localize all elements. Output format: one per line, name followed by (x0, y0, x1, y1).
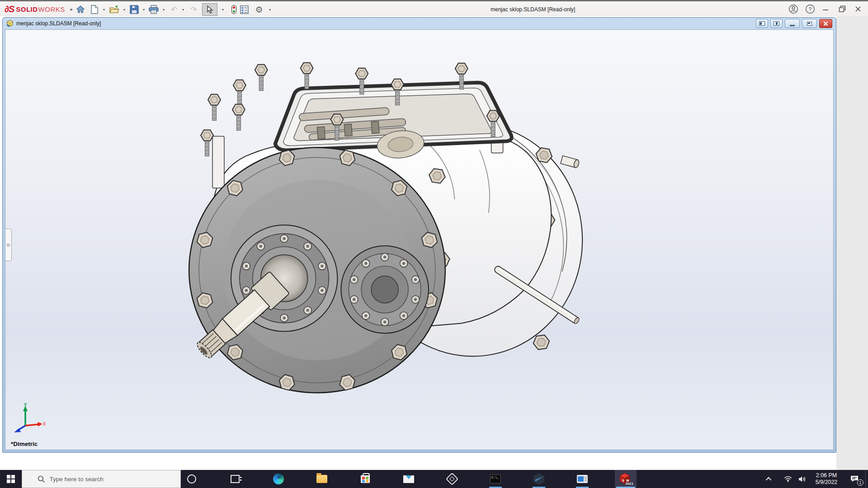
open-button[interactable] (109, 4, 120, 15)
undo-button[interactable]: ↶ (169, 4, 179, 15)
save-button[interactable] (129, 4, 140, 15)
search-icon (38, 475, 45, 483)
taskbar-item-file-explorer[interactable] (311, 470, 333, 488)
menu-flyout-arrow-icon[interactable]: ▸ (71, 6, 73, 12)
rear-shaft-stub (561, 156, 580, 168)
file-explorer-icon (316, 475, 327, 483)
account-button[interactable] (787, 3, 800, 15)
action-center-button[interactable]: 1 (844, 470, 864, 488)
sw-year-label: 2021 (625, 482, 633, 486)
workspace: menjac sklop.SLDASM [Read-only] (0, 16, 868, 470)
brand-solid: SOLID (16, 5, 38, 13)
graphics-viewport[interactable]: Y X *Dimetric (5, 29, 834, 450)
featuremanager-splitter-tab[interactable] (5, 229, 12, 261)
assembly-icon (6, 20, 14, 27)
brand-works: WORKS (38, 5, 65, 13)
view-orientation-label: *Dimetric (11, 441, 38, 447)
pane-right-button[interactable] (770, 19, 783, 28)
pane-left-icon (759, 21, 765, 26)
new-document-icon (90, 5, 99, 14)
print-button[interactable] (148, 4, 159, 15)
home-icon (76, 5, 85, 14)
document-title: menjac sklop.SLDASM [Read-only] (16, 20, 101, 27)
taskbar-clock[interactable]: 2:06 PM 5/9/2022 (810, 470, 843, 488)
taskbar-item-media-app[interactable] (571, 470, 593, 488)
undo-dropdown[interactable]: ▾ (180, 7, 186, 12)
pane-left-button[interactable] (756, 19, 768, 28)
close-icon (855, 6, 861, 12)
doc-close-icon (823, 21, 828, 26)
rebuild-trafficlight-icon (231, 5, 236, 14)
help-icon: ? (805, 4, 815, 14)
new-document-button[interactable] (89, 4, 100, 15)
chevron-up-icon (765, 477, 771, 483)
solidworks-2021-icon: S W 2021 (619, 473, 632, 485)
doc-restore-icon (807, 22, 812, 26)
restore-button[interactable] (836, 3, 849, 15)
output-cover[interactable] (341, 246, 429, 333)
tray-volume-button[interactable] (796, 470, 809, 488)
show-desktop-button[interactable] (865, 470, 868, 488)
volume-icon (798, 476, 807, 483)
tray-chevron-button[interactable] (763, 470, 775, 488)
rebuild-button[interactable] (228, 4, 239, 15)
pane-right-icon (774, 21, 779, 26)
wifi-icon (784, 476, 792, 482)
svg-text:?: ? (809, 6, 812, 13)
task-view-icon (231, 475, 240, 483)
start-button[interactable] (0, 470, 22, 488)
orientation-triad: Y X (12, 403, 46, 436)
tray-wifi-button[interactable] (781, 470, 795, 488)
document-window-controls (756, 19, 832, 28)
clock-time: 2:06 PM (816, 472, 837, 479)
taskbar-item-solidworks[interactable]: S W 2021 (615, 470, 637, 488)
home-button[interactable] (75, 4, 86, 15)
close-button[interactable] (852, 3, 864, 15)
app-titlebar: ∂S SOLIDWORKS ▸ ▾ ▾ ▾ ▾ ↶ ▾ ↷ ▾ ▾ (0, 1, 868, 16)
doc-close-button[interactable] (819, 19, 832, 28)
doc-restore-button[interactable] (802, 19, 817, 28)
file-properties-icon (240, 5, 249, 14)
account-icon (788, 4, 798, 14)
select-dropdown[interactable]: ▾ (220, 7, 226, 12)
help-button[interactable]: ? (804, 3, 816, 15)
select-tool-button[interactable] (202, 3, 217, 16)
taskbar-item-cortana[interactable] (181, 470, 203, 488)
solidworks-logo: ∂S SOLIDWORKS ▸ (5, 4, 73, 14)
mail-icon (403, 475, 414, 483)
taskbar-item-store[interactable] (354, 470, 376, 488)
triad-y-label: Y (24, 403, 27, 408)
taskbar-item-terminal[interactable]: C:\_ (485, 470, 506, 488)
cortana-icon (187, 474, 196, 483)
minimize-button[interactable] (819, 3, 832, 15)
document-window: menjac sklop.SLDASM [Read-only] (2, 17, 836, 453)
ds-logo-icon: ∂S (5, 4, 14, 14)
open-icon (109, 5, 119, 14)
open-dropdown[interactable]: ▾ (122, 7, 127, 12)
options-dropdown[interactable]: ▾ (267, 7, 273, 12)
svg-text:S: S (622, 479, 624, 482)
select-cursor-icon (207, 5, 213, 14)
taskbar-item-mail[interactable] (398, 470, 420, 488)
taskbar: C:\_ S W 2021 (0, 470, 868, 488)
redo-button[interactable]: ↷ (188, 4, 199, 15)
windows-logo-icon (7, 475, 15, 483)
taskbar-item-3d-viewer[interactable] (441, 470, 463, 488)
taskbar-item-task-view[interactable] (224, 470, 246, 488)
options-button[interactable]: ⚙ (254, 4, 264, 15)
save-dropdown[interactable]: ▾ (141, 7, 146, 12)
print-dropdown[interactable]: ▾ (161, 7, 166, 12)
desktop: ∂S SOLIDWORKS ▸ ▾ ▾ ▾ ▾ ↶ ▾ ↷ ▾ ▾ (0, 0, 868, 488)
taskbar-item-edge[interactable] (268, 470, 289, 488)
file-properties-button[interactable] (239, 4, 250, 15)
new-dropdown[interactable]: ▾ (101, 7, 107, 12)
taskbar-search[interactable] (22, 470, 181, 488)
taskbar-item-hexagon-app[interactable] (528, 470, 550, 488)
splitter-dot-icon (7, 244, 10, 247)
document-titlebar[interactable]: menjac sklop.SLDASM [Read-only] (3, 18, 836, 29)
model-canvas[interactable] (5, 30, 833, 450)
search-input[interactable] (50, 476, 172, 483)
doc-minimize-button[interactable] (785, 19, 800, 28)
restore-icon (839, 5, 846, 13)
clock-date: 5/9/2022 (816, 479, 838, 486)
